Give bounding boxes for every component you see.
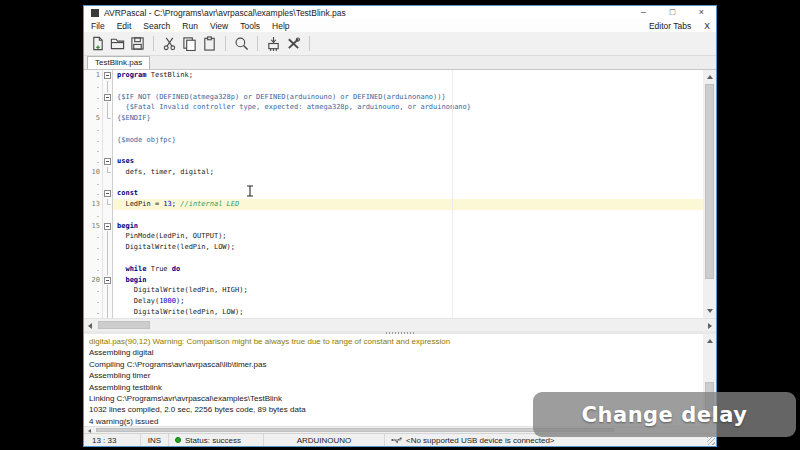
minimize-button[interactable]: – [629,6,658,19]
code-text[interactable]: Delay(1000); [113,296,703,307]
code-text[interactable]: begin [113,275,703,286]
fold-marker-icon[interactable] [104,277,111,284]
code-line[interactable]: . while True do [84,264,703,275]
scroll-down-icon[interactable] [707,309,713,313]
save-file-icon[interactable] [130,36,145,51]
fold-column[interactable] [102,275,112,286]
new-file-icon[interactable] [90,36,105,51]
fold-line-end [107,113,108,119]
code-line[interactable]: . DigitalWrite(ledPin, LOW); [84,242,703,253]
fold-marker-icon[interactable] [104,158,111,165]
code-line[interactable]: 20 begin [84,275,703,286]
code-text[interactable]: defs, timer, digital; [113,167,703,178]
code-line[interactable]: . [84,210,703,221]
menu-tools[interactable]: Tools [240,21,260,31]
code-text[interactable]: PinMode(LedPin, OUTPUT); [113,231,703,242]
close-button[interactable]: × [687,6,716,19]
open-file-icon[interactable] [110,36,125,51]
code-line[interactable]: . [84,145,703,156]
cut-icon[interactable] [162,36,177,51]
code-text[interactable]: DigitalWrite(ledPin, LOW); [113,242,703,253]
resize-grip-icon[interactable] [707,437,715,445]
menu-view[interactable]: View [210,21,228,31]
scroll-right-icon[interactable] [708,323,712,329]
menu-file[interactable]: File [91,21,105,31]
editor-vertical-scrollbar-thumb[interactable] [705,84,714,279]
code-line[interactable]: . [84,124,703,135]
code-line[interactable]: . DigitalWrite(ledPin, HIGH); [84,285,703,296]
menu-right: Editor Tabs X [649,21,710,31]
code-text[interactable]: {$IF NOT (DEFINED(atmega328p) or DEFINED… [113,92,703,103]
code-line[interactable]: 1program TestBlink; [84,70,703,81]
fold-column [102,307,112,318]
code-text[interactable] [113,124,703,135]
editor-vertical-scrollbar[interactable] [703,70,716,318]
code-line[interactable]: 10 defs, timer, digital; [84,167,703,178]
code-text[interactable] [113,145,703,156]
editor-tabs-label[interactable]: Editor Tabs [649,21,691,31]
fold-column [102,178,112,189]
menu-help[interactable]: Help [272,21,289,31]
code-line[interactable]: . [84,178,703,189]
scroll-left-icon[interactable] [88,323,92,329]
fold-marker-icon[interactable] [104,190,111,197]
search-icon[interactable] [234,36,249,51]
fold-column[interactable] [102,221,112,232]
code-text[interactable]: {$Fatal Invalid controller type, expecte… [113,102,703,113]
code-text[interactable] [113,81,703,92]
code-text[interactable]: DigitalWrite(ledPin, HIGH); [113,285,703,296]
menu-run[interactable]: Run [182,21,198,31]
menu-search[interactable]: Search [143,21,170,31]
code-text[interactable]: while True do [113,264,703,275]
fold-column[interactable] [102,70,112,81]
menu-edit[interactable]: Edit [117,21,132,31]
code-text[interactable]: LedPin = 13; //internal LED [113,199,703,210]
code-text[interactable]: {$mode objfpc} [113,135,703,146]
code-line[interactable]: 5{$ENDIF} [84,113,703,124]
fold-marker-icon[interactable] [104,223,111,230]
maximize-button[interactable]: □ [658,6,687,19]
code-line[interactable]: 13 LedPin = 13; //internal LED [84,199,703,210]
tools-icon[interactable] [286,36,301,51]
code-line[interactable]: . [84,253,703,264]
fold-marker-icon[interactable] [104,72,111,79]
code-line[interactable]: . {$Fatal Invalid controller type, expec… [84,102,703,113]
editor-tabs-close-button[interactable]: X [704,21,710,31]
code-line[interactable]: . [84,81,703,92]
code-line[interactable]: . Delay(1000); [84,296,703,307]
code-text[interactable] [113,253,703,264]
board-name: ARDUINOUNO [264,434,385,446]
toolbar-separator [153,36,154,51]
code-text[interactable]: const [113,188,703,199]
code-line[interactable]: 15begin [84,221,703,232]
code-text[interactable]: uses [113,156,703,167]
code-line[interactable]: .{$IF NOT (DEFINED(atmega328p) or DEFINE… [84,92,703,103]
paste-icon[interactable] [202,36,217,51]
code-editor[interactable]: 1program TestBlink;..{$IF NOT (DEFINED(a… [84,70,703,318]
editor-horizontal-scrollbar[interactable] [84,318,716,331]
line-number: . [84,124,102,135]
code-text[interactable] [113,178,703,189]
scroll-up-icon[interactable] [707,339,713,343]
tab-testblink[interactable]: TestBlink.pas [87,56,150,69]
code-line[interactable]: . DigitalWrite(ledPin, LOW); [84,307,703,318]
editor-horizontal-scrollbar-thumb[interactable] [98,321,150,329]
code-line[interactable]: .const [84,188,703,199]
scroll-up-icon[interactable] [707,75,713,79]
program-chip-icon[interactable] [266,36,281,51]
code-line[interactable]: .uses [84,156,703,167]
code-text[interactable]: DigitalWrite(ledPin, LOW); [113,307,703,318]
fold-column[interactable] [102,156,112,167]
fold-marker-icon[interactable] [104,94,111,101]
fold-column[interactable] [102,188,112,199]
code-line[interactable]: . PinMode(LedPin, OUTPUT); [84,231,703,242]
scroll-left-icon[interactable] [88,429,91,433]
fold-column [102,253,112,264]
code-text[interactable]: program TestBlink; [113,70,703,81]
code-text[interactable] [113,210,703,221]
copy-icon[interactable] [182,36,197,51]
fold-column[interactable] [102,92,112,103]
code-line[interactable]: .{$mode objfpc} [84,135,703,146]
code-text[interactable]: {$ENDIF} [113,113,703,124]
code-text[interactable]: begin [113,221,703,232]
